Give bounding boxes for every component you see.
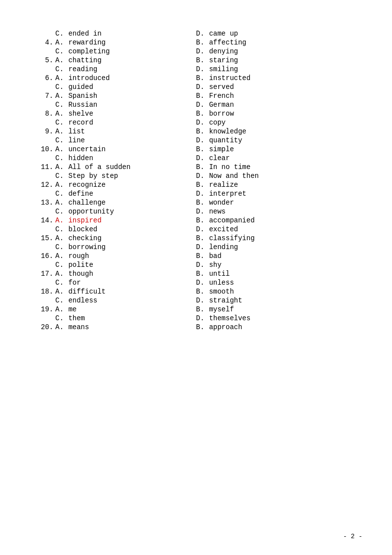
answer-text: inspired [64, 216, 102, 224]
list-item: 14.A. inspiredB. accompanied [39, 216, 353, 224]
left-col: C. Russian [39, 101, 196, 109]
left-col: 11.A. All of a sudden [39, 163, 196, 171]
answer-text: interpret [205, 190, 246, 198]
answer-text: record [64, 119, 93, 127]
answer-text: ended in [64, 30, 102, 38]
list-item: C. ended inD. came up [39, 30, 353, 38]
page-number: - 2 - [343, 533, 362, 540]
answer-letter: A. [55, 252, 64, 260]
answer-text: myself [205, 305, 234, 313]
answer-text: Russian [64, 101, 97, 109]
answer-text: served [205, 83, 234, 91]
answer-text: shy [205, 261, 222, 269]
answer-letter: B. [196, 305, 205, 313]
answer-text: rewarding [64, 39, 106, 46]
answer-letter: B. [196, 92, 205, 100]
answer-letter: D. [196, 30, 205, 38]
answer-text: borrow [205, 110, 234, 118]
answer-text: means [64, 323, 89, 331]
answer-letter: B. [196, 288, 205, 296]
answer-text: for [64, 279, 81, 287]
answer-letter: A. [55, 234, 64, 242]
answer-letter: D. [196, 47, 205, 55]
right-col: D. quantity [196, 136, 353, 144]
list-item: C. hiddenD. clear [39, 154, 353, 162]
right-col: B. smooth [196, 288, 353, 296]
left-col: 6.A. introduced [39, 74, 196, 82]
left-col: C. line [39, 136, 196, 144]
right-col: D. themselves [196, 314, 353, 322]
answer-letter: D. [196, 172, 205, 180]
left-col: C. for [39, 279, 196, 287]
list-item: C. borrowingD. lending [39, 243, 353, 251]
answer-text: news [205, 208, 226, 215]
left-col: 15.A. checking [39, 234, 196, 242]
left-col: 20.A. means [39, 323, 196, 331]
indent-space [39, 136, 55, 144]
answer-letter: B. [196, 234, 205, 242]
left-col: C. reading [39, 65, 196, 73]
answer-text: smiling [205, 65, 238, 73]
right-col: D. shy [196, 261, 353, 269]
question-number: 6. [39, 74, 55, 82]
answer-text: borrowing [64, 243, 106, 251]
answer-letter: B. [196, 39, 205, 46]
right-col: D. copy [196, 119, 353, 127]
answer-letter: C. [55, 47, 64, 55]
right-col: B. French [196, 92, 353, 100]
answer-text: introduced [64, 74, 110, 82]
answer-text: list [64, 128, 85, 135]
right-col: B. accompanied [196, 216, 353, 224]
answer-text: difficult [64, 288, 106, 296]
answer-letter: C. [55, 208, 64, 215]
left-col: 10.A. uncertain [39, 145, 196, 153]
answer-text: opportunity [64, 208, 114, 215]
answer-text: uncertain [64, 145, 106, 153]
answer-text: lending [205, 243, 238, 251]
indent-space [39, 154, 55, 162]
right-col: D. Now and then [196, 172, 353, 180]
answer-letter: A. [55, 323, 64, 331]
right-col: D. news [196, 208, 353, 215]
list-item: C. RussianD. German [39, 101, 353, 109]
right-col: D. straight [196, 297, 353, 304]
answer-text: Now and then [205, 172, 259, 180]
answer-letter: B. [196, 181, 205, 189]
answer-letter: C. [55, 190, 64, 198]
left-col: C. Step by step [39, 172, 196, 180]
left-col: 16.A. rough [39, 252, 196, 260]
list-item: C. Step by stepD. Now and then [39, 172, 353, 180]
answer-letter: B. [196, 145, 205, 153]
indent-space [39, 172, 55, 180]
answer-text: rough [64, 252, 89, 260]
list-item: C. defineD. interpret [39, 190, 353, 198]
answer-letter: A. [55, 56, 64, 64]
list-item: C. endlessD. straight [39, 297, 353, 304]
indent-space [39, 83, 55, 91]
list-item: C. completingD. denying [39, 47, 353, 55]
list-item: C. blockedD. excited [39, 225, 353, 233]
question-number: 15. [39, 234, 55, 242]
left-col: 13.A. challenge [39, 199, 196, 207]
answer-text: endless [64, 297, 97, 304]
indent-space [39, 225, 55, 233]
list-item: 10.A. uncertainB. simple [39, 145, 353, 153]
answer-letter: C. [55, 101, 64, 109]
right-col: B. instructed [196, 74, 353, 82]
answer-text: smooth [205, 288, 234, 296]
answer-letter: C. [55, 30, 64, 38]
right-col: B. knowledge [196, 128, 353, 135]
answer-letter: C. [55, 83, 64, 91]
list-item: 5.A. chattingB. staring [39, 56, 353, 64]
right-col: D. served [196, 83, 353, 91]
list-item: 19.A. meB. myself [39, 305, 353, 313]
answer-text: accompanied [205, 216, 255, 224]
answer-text: me [64, 305, 77, 313]
answer-text: guided [64, 83, 93, 91]
answer-letter: C. [55, 154, 64, 162]
answer-letter: A. [55, 39, 64, 46]
left-col: C. polite [39, 261, 196, 269]
list-item: 13.A. challengeB. wonder [39, 199, 353, 207]
answer-text: chatting [64, 56, 102, 64]
indent-space [39, 65, 55, 73]
